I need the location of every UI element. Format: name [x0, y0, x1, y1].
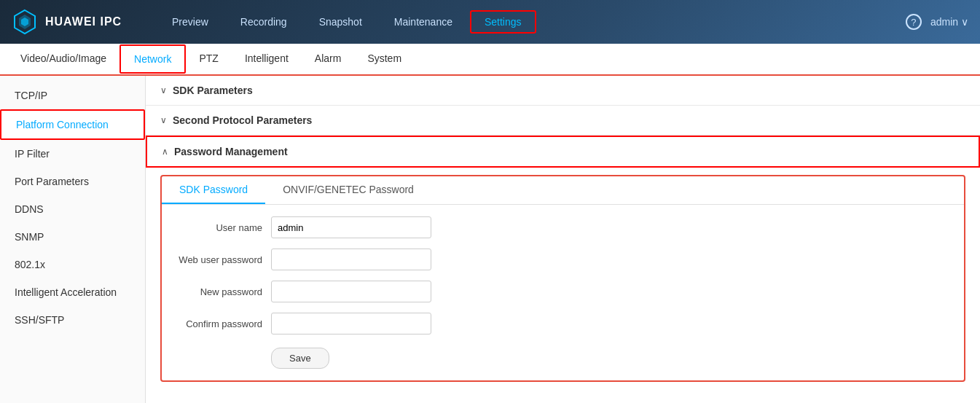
password-mgmt-toggle: ∧ [162, 146, 168, 157]
sidebar-item-port-parameters[interactable]: Port Parameters [0, 168, 145, 195]
logo-text: HUAWEI IPC [45, 15, 122, 28]
nav-right: ? admin ∨ [906, 14, 968, 30]
sidebar-item-ssh-sftp[interactable]: SSH/SFTP [0, 306, 145, 334]
content-area: ∨ SDK Parameters ∨ Second Protocol Param… [146, 76, 980, 403]
sidebar-item-802-1x[interactable]: 802.1x [0, 251, 145, 278]
save-button[interactable]: Save [271, 348, 329, 369]
top-nav: HUAWEI IPC Preview Recording Snapshot Ma… [0, 0, 980, 44]
tab-network[interactable]: Network [119, 44, 186, 74]
password-panel: SDK Password ONVIF/GENETEC Password User… [160, 175, 965, 382]
panel-tabs: SDK Password ONVIF/GENETEC Password [162, 176, 964, 205]
username-label: User name [176, 222, 271, 233]
admin-menu[interactable]: admin ∨ [930, 16, 968, 28]
sidebar-item-ddns[interactable]: DDNS [0, 195, 145, 223]
second-protocol-title: Second Protocol Parameters [173, 114, 312, 126]
sidebar-item-snmp[interactable]: SNMP [0, 223, 145, 251]
tab-onvif-genetec[interactable]: ONVIF/GENETEC Password [265, 176, 431, 204]
tab-ptz[interactable]: PTZ [186, 45, 231, 74]
sidebar-item-intelligent-acceleration[interactable]: Intelligent Acceleration [0, 278, 145, 306]
second-protocol-toggle: ∨ [160, 115, 167, 125]
help-icon[interactable]: ? [906, 14, 922, 30]
sidebar-item-platform-connection[interactable]: Platform Connection [0, 109, 145, 140]
logo-area: HUAWEI IPC [12, 9, 157, 35]
confirm-password-input[interactable] [271, 313, 431, 334]
password-mgmt-title: Password Management [174, 146, 288, 157]
password-form: User name Web user password New password… [162, 205, 964, 380]
web-password-label: Web user password [176, 254, 271, 265]
nav-item-maintenance[interactable]: Maintenance [380, 10, 467, 34]
nav-item-preview[interactable]: Preview [157, 10, 223, 34]
second-nav: Video/Audio/Image Network PTZ Intelligen… [0, 44, 980, 76]
sdk-params-toggle: ∨ [160, 85, 167, 95]
section-second-protocol[interactable]: ∨ Second Protocol Parameters [146, 106, 980, 136]
username-row: User name [176, 216, 949, 238]
tab-system[interactable]: System [354, 45, 415, 74]
confirm-password-label: Confirm password [176, 318, 271, 329]
tab-intelligent[interactable]: Intelligent [232, 45, 302, 74]
sidebar-item-ip-filter[interactable]: IP Filter [0, 140, 145, 168]
sdk-params-title: SDK Parameters [173, 85, 253, 96]
web-password-row: Web user password [176, 249, 949, 270]
new-password-label: New password [176, 286, 271, 297]
new-password-input[interactable] [271, 281, 431, 302]
new-password-row: New password [176, 281, 949, 302]
tab-video-audio-image[interactable]: Video/Audio/Image [7, 45, 119, 74]
tab-sdk-password[interactable]: SDK Password [162, 176, 265, 204]
tab-alarm[interactable]: Alarm [302, 45, 355, 74]
huawei-logo-icon [12, 9, 38, 35]
nav-item-settings[interactable]: Settings [470, 10, 536, 34]
nav-items: Preview Recording Snapshot Maintenance S… [157, 10, 906, 34]
nav-item-snapshot[interactable]: Snapshot [305, 10, 377, 34]
section-password-mgmt[interactable]: ∧ Password Management [146, 136, 980, 168]
section-sdk-params[interactable]: ∨ SDK Parameters [146, 76, 980, 106]
web-password-input[interactable] [271, 249, 431, 270]
sidebar: TCP/IP Platform Connection IP Filter Por… [0, 76, 146, 403]
username-input[interactable] [271, 216, 431, 238]
confirm-password-row: Confirm password [176, 313, 949, 334]
main-layout: TCP/IP Platform Connection IP Filter Por… [0, 76, 980, 403]
sidebar-item-tcp-ip[interactable]: TCP/IP [0, 82, 145, 109]
nav-item-recording[interactable]: Recording [226, 10, 302, 34]
